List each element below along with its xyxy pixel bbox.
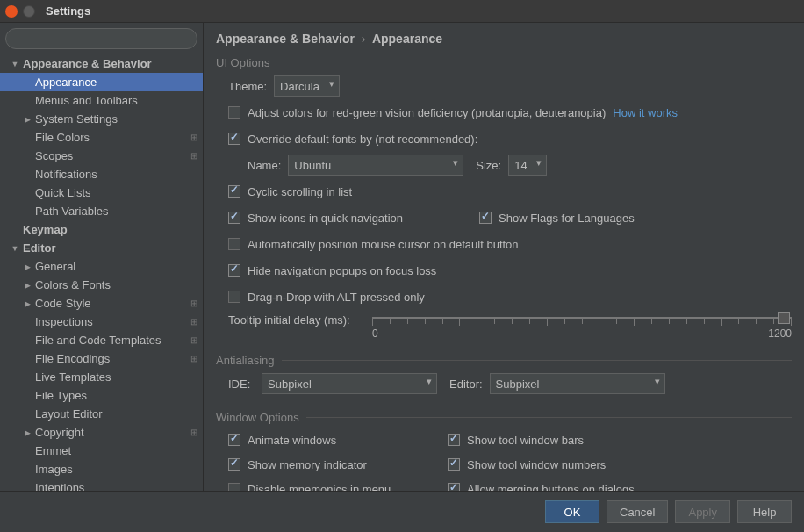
- tree-item[interactable]: Colors & Fonts: [0, 276, 203, 294]
- auto-cursor-checkbox[interactable]: [228, 238, 240, 250]
- animate-windows-label: Animate windows: [248, 434, 336, 447]
- theme-label: Theme:: [228, 80, 267, 93]
- breadcrumb: Appearance & Behavior › Appearance: [204, 32, 804, 56]
- animate-windows-checkbox[interactable]: [228, 434, 240, 446]
- tree-item[interactable]: Appearance & Behavior: [0, 54, 203, 73]
- tree-item-label: Path Variables: [35, 205, 109, 218]
- titlebar: Settings: [0, 0, 804, 23]
- font-size-select[interactable]: 14: [508, 155, 547, 176]
- tree-item-label: System Settings: [35, 112, 118, 126]
- project-scope-icon: ⊞: [190, 428, 197, 437]
- ui-options-header: UI Options: [204, 56, 804, 75]
- override-fonts-checkbox[interactable]: [228, 133, 240, 145]
- expand-arrow-icon[interactable]: [21, 299, 33, 308]
- tooltip-delay-slider[interactable]: 0 1200: [372, 313, 792, 341]
- tree-item[interactable]: File and Code Templates⊞: [0, 331, 203, 349]
- project-scope-icon: ⊞: [190, 151, 197, 161]
- tree-item[interactable]: Live Templates: [0, 368, 203, 386]
- tool-window-numbers-label: Show tool window numbers: [467, 458, 606, 471]
- tree-item[interactable]: Code Style⊞: [0, 294, 203, 313]
- aa-ide-select[interactable]: Subpixel: [262, 373, 437, 394]
- tool-window-numbers-checkbox[interactable]: [448, 458, 460, 471]
- tree-item[interactable]: Images: [0, 460, 203, 478]
- slider-max: 1200: [768, 327, 792, 340]
- show-flags-checkbox[interactable]: [479, 212, 492, 224]
- tree-item[interactable]: Path Variables: [0, 202, 203, 220]
- tooltip-delay-label: Tooltip initial delay (ms):: [228, 312, 360, 327]
- tree-item[interactable]: Layout Editor: [0, 405, 203, 423]
- settings-tree[interactable]: Appearance & BehaviorAppearanceMenus and…: [0, 54, 203, 491]
- tree-item[interactable]: Emmet: [0, 442, 203, 460]
- tree-item[interactable]: Intentions: [0, 478, 203, 491]
- cancel-button[interactable]: Cancel: [607, 500, 668, 523]
- tree-item[interactable]: Appearance: [0, 73, 203, 91]
- aa-editor-select[interactable]: Subpixel: [490, 373, 665, 394]
- dialog-footer: OK Cancel Apply Help: [0, 491, 804, 532]
- settings-search-input[interactable]: [5, 28, 197, 49]
- tree-item-label: Intentions: [35, 481, 84, 491]
- show-flags-label: Show Flags for Languages: [499, 212, 635, 225]
- tree-item[interactable]: General: [0, 257, 203, 276]
- settings-sidebar: Appearance & BehaviorAppearanceMenus and…: [0, 23, 204, 491]
- expand-arrow-icon[interactable]: [21, 428, 33, 437]
- expand-arrow-icon[interactable]: [21, 262, 33, 271]
- memory-indicator-checkbox[interactable]: [228, 458, 240, 471]
- tree-item-label: Layout Editor: [35, 407, 103, 421]
- apply-button[interactable]: Apply: [675, 500, 730, 523]
- window-min-icon[interactable]: [23, 5, 35, 18]
- project-scope-icon: ⊞: [190, 354, 197, 363]
- disable-mnemonics-menu-checkbox[interactable]: [228, 483, 240, 491]
- tree-item[interactable]: Scopes⊞: [0, 147, 203, 165]
- breadcrumb-sep: ›: [362, 32, 366, 46]
- help-button[interactable]: Help: [737, 500, 792, 523]
- merge-buttons-label: Allow merging buttons on dialogs: [467, 483, 635, 492]
- quicknav-icons-label: Show icons in quick navigation: [248, 212, 472, 225]
- tree-item[interactable]: File Types: [0, 386, 203, 405]
- expand-arrow-icon[interactable]: [21, 115, 33, 124]
- font-name-select[interactable]: Ubuntu: [288, 155, 463, 176]
- cyclic-scroll-checkbox[interactable]: [228, 185, 240, 198]
- hide-popups-checkbox[interactable]: [228, 264, 240, 277]
- dragndrop-alt-label: Drag-n-Drop with ALT pressed only: [248, 291, 425, 304]
- slider-handle[interactable]: [778, 312, 790, 324]
- tree-item-label: Editor: [23, 241, 56, 255]
- adjust-colors-checkbox[interactable]: [228, 106, 240, 119]
- theme-select[interactable]: Darcula: [274, 75, 340, 97]
- dragndrop-alt-checkbox[interactable]: [228, 291, 240, 303]
- expand-arrow-icon[interactable]: [9, 60, 21, 68]
- tree-item[interactable]: System Settings: [0, 110, 203, 128]
- tree-item-label: File Colors: [35, 131, 90, 144]
- how-it-works-link[interactable]: How it works: [613, 106, 678, 119]
- quicknav-icons-checkbox[interactable]: [228, 212, 240, 224]
- tree-item[interactable]: Keymap: [0, 220, 203, 239]
- tool-window-bars-label: Show tool window bars: [467, 434, 584, 447]
- window-close-icon[interactable]: [5, 5, 18, 18]
- override-fonts-label: Override default fonts by (not recommend…: [248, 133, 477, 146]
- breadcrumb-parent: Appearance & Behavior: [216, 32, 355, 46]
- tree-item-label: Colors & Fonts: [35, 278, 111, 291]
- tree-item[interactable]: Copyright⊞: [0, 423, 203, 442]
- tool-window-bars-checkbox[interactable]: [448, 434, 460, 446]
- tree-item[interactable]: Quick Lists: [0, 183, 203, 202]
- tree-item-label: Appearance: [35, 75, 97, 89]
- tree-item-label: General: [35, 260, 75, 273]
- tree-item-label: Images: [35, 463, 73, 476]
- tree-item[interactable]: Notifications: [0, 165, 203, 183]
- tree-item[interactable]: Menus and Toolbars: [0, 91, 203, 110]
- tree-item-label: Emmet: [35, 444, 71, 457]
- tree-item[interactable]: File Encodings⊞: [0, 349, 203, 368]
- merge-buttons-checkbox[interactable]: [448, 483, 460, 491]
- expand-arrow-icon[interactable]: [9, 244, 21, 253]
- expand-arrow-icon[interactable]: [21, 281, 33, 290]
- tree-item[interactable]: Inspections⊞: [0, 313, 203, 331]
- tree-item-label: Copyright: [35, 426, 84, 439]
- adjust-colors-label: Adjust colors for red-green vision defic…: [248, 106, 606, 119]
- aa-ide-label: IDE:: [228, 377, 255, 391]
- breadcrumb-current: Appearance: [372, 32, 442, 46]
- tree-item-label: File and Code Templates: [35, 334, 162, 347]
- tree-item[interactable]: Editor: [0, 239, 203, 257]
- font-size-label: Size:: [476, 159, 501, 172]
- ok-button[interactable]: OK: [545, 500, 599, 523]
- tree-item-label: Scopes: [35, 149, 73, 162]
- tree-item[interactable]: File Colors⊞: [0, 128, 203, 147]
